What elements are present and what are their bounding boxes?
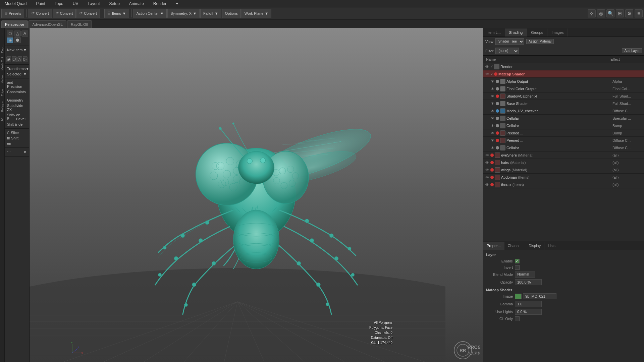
eye-icon-12[interactable]: 👁 [485,153,489,158]
menu-uv[interactable]: UV [71,1,80,7]
viewport[interactable]: All Polygons Polygons: Face Channels: 0 … [30,28,483,362]
eye-icon-15[interactable]: 👁 [485,175,489,180]
eye-icon-9[interactable]: 👁 [490,131,495,135]
convert-btn-3[interactable]: ⟳ Convert [76,9,100,18]
shader-row-final[interactable]: 👁 Final Color Output Final Col... [483,85,644,93]
pen-tool[interactable]: A [21,31,28,37]
shader-row-peened2[interactable]: 👁 Peened ... Diffuse C... [483,137,644,144]
strip-label-vertex[interactable]: Vertex [0,72,4,85]
geometry-item[interactable]: Geometry [6,98,28,103]
tab-shading[interactable]: Shading [505,28,527,37]
prop-tab-display[interactable]: Display [525,242,544,250]
selected-dropdown[interactable]: Selected ▼ [6,71,28,77]
view-icon-2[interactable]: ◎ [597,9,605,17]
tab-perspective[interactable]: Perspective [1,20,28,28]
strip-label-edge[interactable]: Edge [0,86,4,99]
icon-b[interactable]: ⬡ [12,56,16,62]
icon-c[interactable]: △ [17,56,22,62]
shader-row-peened1[interactable]: 👁 Peened ... Bump [483,129,644,137]
gamma-value[interactable]: 1.0 [515,301,542,307]
presets-button[interactable]: ⊞ Presets [1,9,24,18]
tab-ray-gl[interactable]: RayGL:Off [67,20,92,28]
view-icon-4[interactable]: ⊞ [616,9,624,17]
eye-icon-13[interactable]: 👁 [485,160,489,165]
use-lights-value[interactable]: 0.0 % [515,309,542,315]
action-center-button[interactable]: Action Center ▼ [133,9,167,18]
eye-icon-11[interactable]: 👁 [490,145,495,150]
strip-label-mesh[interactable]: Mesh Edit [0,56,4,72]
enable-checkbox[interactable]: ✓ [515,259,520,263]
eye-icon-2[interactable]: 👁 [490,79,495,84]
tab-item-list[interactable]: Item L... [483,28,505,37]
shader-row-base[interactable]: 👁 Base Shader Full Shad... [483,100,644,107]
icon-d[interactable]: ▷ [23,56,28,62]
transforms-dropdown[interactable]: Transforms ▼ [6,66,28,71]
options-button[interactable]: Options [222,9,241,18]
convert-btn-2[interactable]: ⟳ Convert [53,9,76,18]
de-item[interactable]: Shift-E de [6,122,28,127]
strip-label-dupl[interactable]: Dupl... [0,42,4,55]
prop-tab-channels[interactable]: Chann... [504,242,526,250]
menu-model-quad[interactable]: Model Quad [3,1,29,7]
image-value[interactable]: 9b_MC_021 [523,293,556,299]
shader-row-wings[interactable]: 👁 wings (Material) (all) [483,166,644,174]
gl-only-checkbox[interactable] [515,316,520,321]
opacity-value[interactable]: 100.0 % [515,279,542,285]
strip-label-polygon[interactable]: Polygon [0,100,4,113]
tab-groups[interactable]: Groups [527,28,547,37]
active-tool[interactable]: ◈ [7,37,13,43]
work-plane-button[interactable]: Work Plane ▼ [241,9,272,18]
menu-paint[interactable]: Paint [34,1,47,7]
slice-item[interactable]: C Slice [6,130,28,135]
add-layer-btn[interactable]: Add Layer [622,48,642,53]
view-icon-3[interactable]: 🔍 [606,9,614,17]
shader-row-eyeshere[interactable]: 👁 eyeShere (Material) (all) [483,152,644,159]
eye-icon-4[interactable]: 👁 [490,94,495,99]
prop-tab-lists[interactable]: Lists [544,242,559,250]
shader-row-thorax[interactable]: 👁 thorax (Items) (all) [483,181,644,188]
bevel-item[interactable]: Shift-B on Bevel [6,112,28,122]
tab-images[interactable]: Images [547,28,568,37]
eye-icon-5[interactable]: 👁 [490,101,495,106]
shader-row-shadow[interactable]: 👁 ShadowCatcher.lxl Full Shad... [483,93,644,100]
strip-label-1[interactable]: ⋯ [0,28,4,42]
blend-mode-value[interactable]: Normal [515,272,535,278]
brush-tool[interactable]: △ [14,31,21,37]
menu-setup[interactable]: Setup [107,1,121,7]
eye-icon-14[interactable]: 👁 [485,168,489,172]
new-item-dropdown[interactable]: New Item ▼ [6,47,28,53]
view-icon-5[interactable]: ⚙ [625,9,633,17]
shader-row-alpha[interactable]: 👁 Alpha Output Alpha [483,78,644,85]
falloff-button[interactable]: Falloff ▼ [200,9,221,18]
constraints-item[interactable]: Constraints [6,89,28,95]
eye-icon-0[interactable]: 👁 [485,64,489,69]
en-item[interactable]: en [6,141,28,146]
select-tool[interactable]: ⬡ [7,31,13,37]
invert-checkbox[interactable] [515,265,520,270]
filter-select[interactable]: (none) [495,48,519,54]
shader-row-abdoman[interactable]: 👁 Abdoman (Items) (all) [483,174,644,181]
strip-label-uv[interactable]: UV [0,114,4,127]
eye-icon-7[interactable]: 👁 [490,116,495,121]
eye-icon-8[interactable]: 👁 [490,123,495,128]
shape-tool[interactable]: ⬢ [14,37,21,43]
shader-row-render[interactable]: 👁 ✓ Render [483,63,644,70]
th-shift-item[interactable]: th Shift [6,135,28,141]
menu-render[interactable]: Render [151,1,168,7]
eye-icon-6[interactable]: 👁 [490,109,495,113]
image-color-swatch[interactable] [515,294,522,299]
items-button[interactable]: ☰ Items ▼ [104,9,129,18]
menu-animate[interactable]: Animate [127,1,146,7]
view-icon-1[interactable]: ⊹ [588,9,596,17]
precision-item[interactable]: and Precision [6,80,28,89]
shader-row-cellular2[interactable]: 👁 Cellular Bump [483,122,644,129]
menu-layout[interactable]: Layout [86,1,102,7]
shader-row-hairs[interactable]: 👁 hairs (Material) (all) [483,159,644,166]
view-select[interactable]: Shader Tree [495,38,524,45]
eye-icon-16[interactable]: 👁 [485,182,489,187]
menu-plus[interactable]: + [174,1,180,7]
menu-topo[interactable]: Topo [53,1,65,7]
assign-material-btn[interactable]: Assign Material [526,39,554,44]
tab-advanced-opengl[interactable]: AdvancedOpenGL [29,20,66,28]
shader-row-matcap[interactable]: 👁 ✓ Matcap Shader [483,70,644,78]
